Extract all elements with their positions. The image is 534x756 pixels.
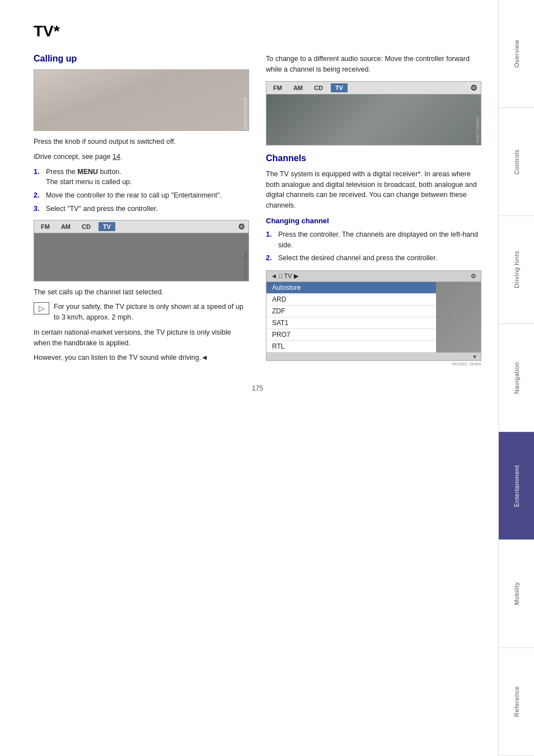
car-image: BMW AG 09/2009 (34, 69, 249, 131)
additional-note-1: In certain national-market versions, the… (34, 327, 249, 349)
step-1-num: 1. (34, 167, 44, 188)
scroll-down-arrow: ▼ (472, 354, 477, 360)
warning-box: ▷ For your safety, the TV picture is onl… (34, 302, 249, 323)
car-image-inner: BMW AG 09/2009 (34, 70, 249, 130)
changing-channel-heading: Changing channel (266, 217, 481, 225)
right-screen-content (266, 95, 481, 145)
sidebar-section-navigation[interactable]: Navigation (499, 324, 534, 432)
page-number: 175 (34, 384, 481, 403)
channel-step-1-text: Press the controller. The channels are d… (278, 229, 481, 251)
right-tab-bar: FM AM CD TV ⚙ (266, 82, 481, 95)
sidebar-label-entertainment: Entertainment (513, 465, 520, 507)
page-title: TV* (34, 22, 481, 40)
channel-item-ard[interactable]: ARD (266, 294, 436, 306)
step-1: 1. Press the MENU button.The start menu … (34, 167, 249, 188)
left-screen-content (34, 233, 249, 281)
channel-name-rtl: RTL (272, 342, 284, 350)
right-screen-watermark: U10221-L08/04 (476, 116, 480, 143)
channel-item-sat1[interactable]: SAT1 (266, 317, 436, 329)
channel-header-icon: ⚙ (471, 273, 476, 280)
calling-up-steps: 1. Press the MENU button.The start menu … (34, 167, 249, 214)
channels-heading: Channels (266, 153, 481, 163)
channel-screen-body: Autostore ARD ZDF SAT1 (266, 282, 481, 353)
sidebar-label-mobility: Mobility (513, 582, 520, 605)
channel-step-1-num: 1. (266, 229, 276, 251)
left-column: Calling up BMW AG 09/2009 Press the knob… (34, 54, 249, 368)
channel-step-2-num: 2. (266, 253, 276, 264)
knob-text: Press the knob if sound output is switch… (34, 137, 249, 147)
audio-source-text: To change to a different audio source: M… (266, 54, 481, 76)
additional-note-2: However, you can listen to the TV sound … (34, 353, 249, 363)
channels-description: The TV system is equipped with a digital… (266, 169, 481, 211)
tab-am-right[interactable]: AM (290, 83, 306, 92)
channel-item-rtl[interactable]: RTL (266, 341, 436, 353)
idrive-text-part: iDrive concept, see page (34, 153, 113, 161)
channel-header-left: ◄ □ TV ▶ (271, 273, 298, 280)
sidebar-label-driving-hints: Driving hints (513, 251, 520, 288)
channel-item-pro7[interactable]: PRO7 (266, 329, 436, 341)
warning-text: For your safety, the TV picture is only … (54, 302, 249, 323)
calling-up-heading: Calling up (34, 54, 249, 64)
warning-icon: ▷ (34, 302, 49, 314)
left-tv-screen: FM AM CD TV ⚙ PA/ET-1 (09)-01 (34, 220, 249, 281)
tab-fm-right[interactable]: FM (270, 83, 285, 92)
right-column: To change to a different audio source: M… (266, 54, 481, 368)
step-3-text: Select "TV" and press the controller. (46, 204, 249, 214)
tab-tv-left[interactable]: TV (99, 222, 115, 231)
channel-item-zdf[interactable]: ZDF (266, 306, 436, 317)
channel-last-selected-text: The set calls up the channel last select… (34, 287, 249, 298)
sidebar-section-mobility[interactable]: Mobility (499, 540, 534, 648)
sidebar-section-driving-hints[interactable]: Driving hints (499, 216, 534, 324)
channel-nav-text: ◄ □ TV ▶ (271, 273, 298, 280)
sidebar-label-reference: Reference (513, 686, 520, 717)
step-3-num: 3. (34, 204, 44, 214)
tab-am-left[interactable]: AM (58, 222, 74, 231)
left-tab-bar: FM AM CD TV ⚙ (34, 220, 249, 233)
channel-step-2-text: Select the desired channel and press the… (278, 253, 481, 264)
channel-item-autostore[interactable]: Autostore (266, 282, 436, 294)
step-3: 3. Select "TV" and press the controller. (34, 204, 249, 214)
channel-name-zdf: ZDF (272, 307, 285, 315)
sidebar-label-overview: Overview (513, 40, 520, 68)
channel-name-sat1: SAT1 (272, 319, 288, 327)
main-content: TV* Calling up BMW AG 09/2009 Press the … (0, 0, 498, 756)
channel-step-1: 1. Press the controller. The channels ar… (266, 229, 481, 251)
right-tv-screen: FM AM CD TV ⚙ U10221-L08/04 (266, 81, 481, 145)
sidebar-section-overview[interactable]: Overview (499, 0, 534, 108)
settings-icon-right[interactable]: ⚙ (470, 83, 477, 92)
channel-name-autostore: Autostore (272, 284, 301, 292)
channel-name-ard: ARD (272, 295, 286, 303)
tab-fm-left[interactable]: FM (38, 222, 53, 231)
idrive-ref-text: iDrive concept, see page 14. (34, 152, 249, 162)
car-image-watermark: BMW AG 09/2009 (243, 98, 247, 129)
tab-tv-right[interactable]: TV (331, 83, 348, 92)
sidebar-section-entertainment[interactable]: Entertainment (499, 432, 534, 540)
channel-name-pro7: PRO7 (272, 331, 291, 339)
sidebar-label-navigation: Navigation (513, 362, 520, 394)
settings-icon-left[interactable]: ⚙ (238, 222, 245, 231)
idrive-page-link[interactable]: 14 (113, 153, 120, 161)
sidebar-section-reference[interactable]: Reference (499, 648, 534, 756)
sidebar-section-controls[interactable]: Controls (499, 108, 534, 216)
channel-screen-header: ◄ □ TV ▶ ⚙ (266, 271, 481, 282)
channel-side-image (436, 282, 481, 353)
channel-step-2: 2. Select the desired channel and press … (266, 253, 481, 264)
channel-list-col: Autostore ARD ZDF SAT1 (266, 282, 436, 353)
knob-text-content: Press the knob if sound output is switch… (34, 138, 176, 145)
menu-bold: MENU (77, 168, 98, 176)
step-2-num: 2. (34, 190, 44, 201)
right-sidebar: Overview Controls Driving hints Navigati… (498, 0, 534, 756)
sidebar-label-controls: Controls (513, 149, 520, 175)
step-2: 2. Move the controller to the rear to ca… (34, 190, 249, 201)
step-2-text: Move the controller to the rear to call … (46, 190, 249, 201)
changing-channel-steps: 1. Press the controller. The channels ar… (266, 229, 481, 264)
left-screen-watermark: PA/ET-1 (09)-01 (243, 251, 247, 279)
channel-list: Autostore ARD ZDF SAT1 (266, 282, 436, 353)
step-1-text: Press the MENU button.The start menu is … (46, 167, 249, 188)
channel-scroll-bar[interactable]: ▼ (266, 353, 481, 360)
tab-cd-left[interactable]: CD (78, 222, 94, 231)
tab-cd-right[interactable]: CD (311, 83, 326, 92)
channel-list-screen: ◄ □ TV ▶ ⚙ Autostore ARD (266, 270, 481, 361)
two-column-layout: Calling up BMW AG 09/2009 Press the knob… (34, 54, 481, 368)
channel-screen-watermark: TA/29/02, TA/WS (266, 362, 481, 366)
